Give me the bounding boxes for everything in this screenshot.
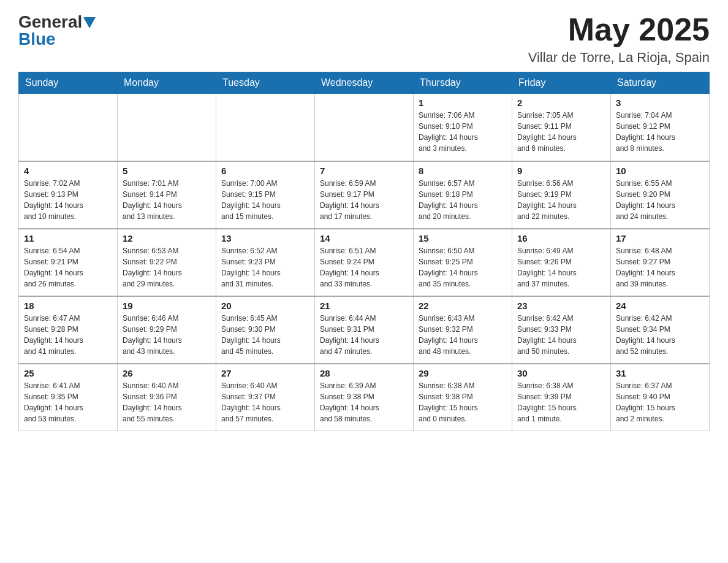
table-row: 19Sunrise: 6:46 AMSunset: 9:29 PMDayligh… <box>118 296 216 364</box>
day-info: Sunrise: 6:57 AMSunset: 9:18 PMDaylight:… <box>419 178 507 222</box>
day-info: Sunrise: 7:05 AMSunset: 9:11 PMDaylight:… <box>517 110 605 154</box>
calendar-week-row: 4Sunrise: 7:02 AMSunset: 9:13 PMDaylight… <box>19 161 710 229</box>
day-number: 7 <box>320 166 408 176</box>
day-number: 29 <box>419 368 507 378</box>
day-number: 1 <box>419 98 507 108</box>
day-info: Sunrise: 6:42 AMSunset: 9:34 PMDaylight:… <box>616 313 704 357</box>
table-row: 18Sunrise: 6:47 AMSunset: 9:28 PMDayligh… <box>19 296 118 364</box>
table-row: 9Sunrise: 6:56 AMSunset: 9:19 PMDaylight… <box>512 161 611 229</box>
page-header: General Blue May 2025 Villar de Torre, L… <box>18 12 710 66</box>
title-section: May 2025 Villar de Torre, La Rioja, Spai… <box>528 12 710 66</box>
calendar-week-row: 18Sunrise: 6:47 AMSunset: 9:28 PMDayligh… <box>19 296 710 364</box>
day-info: Sunrise: 6:56 AMSunset: 9:19 PMDaylight:… <box>517 178 605 222</box>
table-row: 15Sunrise: 6:50 AMSunset: 9:25 PMDayligh… <box>414 229 512 296</box>
table-row: 25Sunrise: 6:41 AMSunset: 9:35 PMDayligh… <box>19 364 118 431</box>
day-info: Sunrise: 6:51 AMSunset: 9:24 PMDaylight:… <box>320 245 408 289</box>
table-row: 2Sunrise: 7:05 AMSunset: 9:11 PMDaylight… <box>512 94 611 161</box>
day-number: 10 <box>616 166 704 176</box>
day-info: Sunrise: 6:39 AMSunset: 9:38 PMDaylight:… <box>320 380 408 424</box>
day-number: 17 <box>616 233 704 243</box>
day-number: 23 <box>517 301 605 311</box>
day-number: 9 <box>517 166 605 176</box>
table-row: 16Sunrise: 6:49 AMSunset: 9:26 PMDayligh… <box>512 229 611 296</box>
calendar-week-row: 11Sunrise: 6:54 AMSunset: 9:21 PMDayligh… <box>19 229 710 296</box>
day-info: Sunrise: 6:53 AMSunset: 9:22 PMDaylight:… <box>123 245 211 289</box>
calendar-header-row: Sunday Monday Tuesday Wednesday Thursday… <box>19 72 710 94</box>
table-row: 23Sunrise: 6:42 AMSunset: 9:33 PMDayligh… <box>512 296 611 364</box>
day-info: Sunrise: 6:45 AMSunset: 9:30 PMDaylight:… <box>221 313 309 357</box>
table-row: 26Sunrise: 6:40 AMSunset: 9:36 PMDayligh… <box>118 364 216 431</box>
calendar-week-row: 25Sunrise: 6:41 AMSunset: 9:35 PMDayligh… <box>19 364 710 431</box>
table-row: 24Sunrise: 6:42 AMSunset: 9:34 PMDayligh… <box>611 296 710 364</box>
table-row: 5Sunrise: 7:01 AMSunset: 9:14 PMDaylight… <box>118 161 216 229</box>
day-number: 15 <box>419 233 507 243</box>
day-info: Sunrise: 6:46 AMSunset: 9:29 PMDaylight:… <box>123 313 211 357</box>
day-info: Sunrise: 6:40 AMSunset: 9:36 PMDaylight:… <box>123 380 211 424</box>
logo-triangle-icon <box>83 17 96 28</box>
day-info: Sunrise: 6:38 AMSunset: 9:38 PMDaylight:… <box>419 380 507 424</box>
day-number: 2 <box>517 98 605 108</box>
day-info: Sunrise: 7:02 AMSunset: 9:13 PMDaylight:… <box>24 178 112 222</box>
table-row: 20Sunrise: 6:45 AMSunset: 9:30 PMDayligh… <box>216 296 315 364</box>
table-row <box>118 94 216 161</box>
day-info: Sunrise: 7:00 AMSunset: 9:15 PMDaylight:… <box>221 178 309 222</box>
day-number: 4 <box>24 166 112 176</box>
day-number: 26 <box>123 368 211 378</box>
day-number: 18 <box>24 301 112 311</box>
table-row <box>19 94 118 161</box>
col-friday: Friday <box>512 72 611 94</box>
col-monday: Monday <box>118 72 216 94</box>
day-number: 14 <box>320 233 408 243</box>
day-info: Sunrise: 6:44 AMSunset: 9:31 PMDaylight:… <box>320 313 408 357</box>
day-number: 22 <box>419 301 507 311</box>
col-thursday: Thursday <box>414 72 512 94</box>
logo-blue-text: Blue <box>18 29 56 48</box>
day-info: Sunrise: 6:42 AMSunset: 9:33 PMDaylight:… <box>517 313 605 357</box>
day-number: 31 <box>616 368 704 378</box>
table-row: 14Sunrise: 6:51 AMSunset: 9:24 PMDayligh… <box>315 229 414 296</box>
table-row: 12Sunrise: 6:53 AMSunset: 9:22 PMDayligh… <box>118 229 216 296</box>
day-number: 13 <box>221 233 309 243</box>
day-info: Sunrise: 6:55 AMSunset: 9:20 PMDaylight:… <box>616 178 704 222</box>
day-info: Sunrise: 7:01 AMSunset: 9:14 PMDaylight:… <box>123 178 211 222</box>
day-number: 19 <box>123 301 211 311</box>
calendar-week-row: 1Sunrise: 7:06 AMSunset: 9:10 PMDaylight… <box>19 94 710 161</box>
day-number: 11 <box>24 233 112 243</box>
day-number: 25 <box>24 368 112 378</box>
table-row: 7Sunrise: 6:59 AMSunset: 9:17 PMDaylight… <box>315 161 414 229</box>
col-sunday: Sunday <box>19 72 118 94</box>
table-row: 29Sunrise: 6:38 AMSunset: 9:38 PMDayligh… <box>414 364 512 431</box>
table-row: 28Sunrise: 6:39 AMSunset: 9:38 PMDayligh… <box>315 364 414 431</box>
calendar-subtitle: Villar de Torre, La Rioja, Spain <box>528 50 710 66</box>
day-number: 24 <box>616 301 704 311</box>
table-row: 11Sunrise: 6:54 AMSunset: 9:21 PMDayligh… <box>19 229 118 296</box>
day-info: Sunrise: 6:37 AMSunset: 9:40 PMDaylight:… <box>616 380 704 424</box>
day-number: 28 <box>320 368 408 378</box>
day-number: 5 <box>123 166 211 176</box>
calendar-title: May 2025 <box>528 12 710 47</box>
table-row: 17Sunrise: 6:48 AMSunset: 9:27 PMDayligh… <box>611 229 710 296</box>
day-info: Sunrise: 6:41 AMSunset: 9:35 PMDaylight:… <box>24 380 112 424</box>
table-row: 1Sunrise: 7:06 AMSunset: 9:10 PMDaylight… <box>414 94 512 161</box>
table-row: 22Sunrise: 6:43 AMSunset: 9:32 PMDayligh… <box>414 296 512 364</box>
day-number: 20 <box>221 301 309 311</box>
day-info: Sunrise: 7:04 AMSunset: 9:12 PMDaylight:… <box>616 110 704 154</box>
table-row: 6Sunrise: 7:00 AMSunset: 9:15 PMDaylight… <box>216 161 315 229</box>
day-info: Sunrise: 6:40 AMSunset: 9:37 PMDaylight:… <box>221 380 309 424</box>
day-number: 3 <box>616 98 704 108</box>
day-number: 6 <box>221 166 309 176</box>
table-row: 4Sunrise: 7:02 AMSunset: 9:13 PMDaylight… <box>19 161 118 229</box>
logo: General Blue <box>18 12 96 49</box>
day-number: 16 <box>517 233 605 243</box>
table-row: 13Sunrise: 6:52 AMSunset: 9:23 PMDayligh… <box>216 229 315 296</box>
col-saturday: Saturday <box>611 72 710 94</box>
table-row: 8Sunrise: 6:57 AMSunset: 9:18 PMDaylight… <box>414 161 512 229</box>
table-row <box>216 94 315 161</box>
day-number: 21 <box>320 301 408 311</box>
table-row <box>315 94 414 161</box>
day-info: Sunrise: 6:54 AMSunset: 9:21 PMDaylight:… <box>24 245 112 289</box>
table-row: 3Sunrise: 7:04 AMSunset: 9:12 PMDaylight… <box>611 94 710 161</box>
day-info: Sunrise: 6:43 AMSunset: 9:32 PMDaylight:… <box>419 313 507 357</box>
calendar-table: Sunday Monday Tuesday Wednesday Thursday… <box>18 72 710 431</box>
table-row: 31Sunrise: 6:37 AMSunset: 9:40 PMDayligh… <box>611 364 710 431</box>
